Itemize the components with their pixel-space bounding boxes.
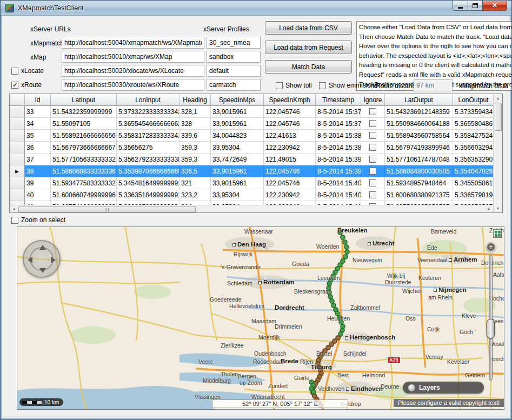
- grid-cell[interactable]: 51.607589885652535: [385, 201, 453, 205]
- grid-cell[interactable]: 33,95304: [211, 201, 264, 205]
- minimize-button[interactable]: [453, 1, 468, 11]
- grid-row[interactable]: 3351.543223599999995.3733223333333342328…: [10, 106, 493, 118]
- grid-cell[interactable]: 5.33695850793: [453, 201, 493, 205]
- grid-row[interactable]: 3551.5589216666666565.358317283333334133…: [10, 130, 493, 142]
- grid-cell[interactable]: 5.3369373333333331: [117, 201, 179, 205]
- grid-row[interactable]: 3951.5934775833333325.345481649999999132…: [10, 177, 493, 189]
- pan-up-arrow[interactable]: [39, 245, 46, 250]
- grid-cell[interactable]: 5.35842752460: [453, 130, 493, 142]
- grid-cell[interactable]: 40: [25, 189, 51, 201]
- grid-cell[interactable]: 5.35404702697: [453, 165, 493, 177]
- grid-column-header[interactable]: SpeedInKmph: [264, 94, 316, 106]
- close-button[interactable]: ✕: [483, 1, 507, 11]
- grid-cell[interactable]: 8-5-2014 15:40: [316, 177, 361, 189]
- grid-cell[interactable]: 51.55097105: [51, 118, 117, 130]
- grid-cell[interactable]: 121,49015: [264, 154, 316, 165]
- ignore-checkbox[interactable]: [369, 132, 376, 139]
- grid-row-header[interactable]: ▶: [10, 165, 25, 177]
- xmap-profile-input[interactable]: [207, 51, 261, 63]
- grid-cell-ignore[interactable]: [361, 106, 385, 118]
- grid-cell[interactable]: 51.586084800030505: [385, 165, 453, 177]
- load-request-button[interactable]: Load data from Request: [265, 41, 352, 54]
- grid-cell[interactable]: 328: [179, 118, 211, 130]
- grid-row[interactable]: 3651.5679736666666675.35656275359,333,95…: [10, 142, 493, 154]
- grid-cell[interactable]: 314: [179, 201, 211, 205]
- zoom-slider-thumb[interactable]: [487, 319, 495, 338]
- map-pan-control[interactable]: [23, 240, 61, 278]
- ignore-checkbox[interactable]: [369, 168, 376, 175]
- grid-cell[interactable]: 122,045746: [264, 118, 316, 130]
- grid-cell[interactable]: 36: [25, 142, 51, 154]
- map[interactable]: WassenaarBreukelenBarneveldZutphenDen Ha…: [17, 226, 504, 410]
- grid-cell[interactable]: 35: [25, 130, 51, 142]
- grid-cell[interactable]: 33,9015961: [211, 165, 264, 177]
- grid-column-header[interactable]: LatInput: [51, 94, 117, 106]
- grid-cell[interactable]: 51.586068833333336: [51, 165, 117, 177]
- grid-cell[interactable]: 34: [25, 118, 51, 130]
- grid-cell[interactable]: 5.3363518499999991: [117, 189, 179, 201]
- grid-cell[interactable]: 359,3: [179, 154, 211, 165]
- grid-cell-ignore[interactable]: [361, 201, 385, 205]
- ignore-checkbox[interactable]: [369, 144, 376, 151]
- xmapmatch-profile-input[interactable]: [207, 37, 261, 49]
- track-point[interactable]: [341, 235, 345, 239]
- grid-cell[interactable]: 8-5-2014 15:38: [316, 130, 361, 142]
- grid-cell[interactable]: 5.37335943495: [453, 106, 493, 118]
- grid-cell[interactable]: 38: [25, 165, 51, 177]
- titlebar[interactable]: XMapmatchTestClient ✕: [1, 1, 511, 16]
- grid-cell[interactable]: 8-5-2014 15:40: [316, 189, 361, 201]
- grid-cell[interactable]: 122,045746: [264, 106, 316, 118]
- grid-row-header[interactable]: [10, 130, 25, 142]
- vertical-scrollbar[interactable]: ▴ ▾: [493, 94, 502, 212]
- grid-cell[interactable]: 8-5-2014 15:37: [316, 106, 361, 118]
- grid-cell[interactable]: 5.35656275: [117, 142, 179, 154]
- grid-cell-ignore[interactable]: [361, 154, 385, 165]
- grid-cell[interactable]: 122,045746: [264, 165, 316, 177]
- grid-cell[interactable]: 5.3539870666666669: [117, 165, 179, 177]
- grid-row[interactable]: 4051.6006607499999965.336351849999999132…: [10, 189, 493, 201]
- grid-column-header[interactable]: Heading: [179, 94, 211, 106]
- grid-cell[interactable]: 5.35660329423: [453, 142, 493, 154]
- scroll-up-arrow[interactable]: ▴: [494, 94, 502, 102]
- grid-column-header[interactable]: SpeedInMps: [211, 94, 264, 106]
- show-toll-checkbox[interactable]: [276, 82, 283, 89]
- grid-column-header[interactable]: Timestamp: [316, 94, 361, 106]
- minimap-toggle-icon[interactable]: [493, 229, 502, 238]
- pan-right-arrow[interactable]: [51, 257, 56, 263]
- grid-column-header[interactable]: Ignore: [361, 94, 385, 106]
- grid-cell[interactable]: 5.3562792333333338: [117, 154, 179, 165]
- grid-column-header[interactable]: LonInput: [117, 94, 179, 106]
- grid-row[interactable]: 3451.550971055.365545466666666232833,901…: [10, 118, 493, 130]
- xmapmatch-url-input[interactable]: [62, 37, 204, 49]
- xroute-url-input[interactable]: [62, 79, 204, 91]
- track-point[interactable]: [344, 245, 349, 249]
- grid-cell[interactable]: 51.600660749999996: [51, 189, 117, 201]
- grid-cell[interactable]: 122,230942: [264, 201, 316, 205]
- grid-cell[interactable]: 5.36558048672: [453, 118, 493, 130]
- grid-cell[interactable]: 51.567973666666667: [51, 142, 117, 154]
- horizontal-scroll-thumb[interactable]: [18, 206, 196, 212]
- grid-cell-ignore[interactable]: [361, 165, 385, 177]
- grid-cell[interactable]: 51.593477583333332: [51, 177, 117, 189]
- track-point[interactable]: [343, 255, 348, 259]
- grid-column-header[interactable]: LonOutput: [453, 94, 493, 106]
- grid-row-header[interactable]: [10, 142, 25, 154]
- match-data-button[interactable]: Match Data: [265, 60, 352, 74]
- zoom-slider-track[interactable]: [489, 255, 493, 381]
- grid-cell[interactable]: 51.543236912148359: [385, 106, 453, 118]
- grid-cell[interactable]: 51.59348957948464: [385, 177, 453, 189]
- grid-cell-ignore[interactable]: [361, 177, 385, 189]
- grid-cell[interactable]: 339,6: [179, 130, 211, 142]
- grid-cell[interactable]: 33,9015961: [211, 118, 264, 130]
- grid-cell[interactable]: 5.3454816499999991: [117, 177, 179, 189]
- grid-cell-ignore[interactable]: [361, 142, 385, 154]
- grid-cell[interactable]: 5.3655454666666662: [117, 118, 179, 130]
- grid-cell[interactable]: 8-5-2014 15:38: [316, 142, 361, 154]
- grid-cell[interactable]: 8-5-2014 15:37: [316, 118, 361, 130]
- ignore-checkbox[interactable]: [369, 120, 376, 127]
- track-point[interactable]: [328, 295, 333, 299]
- grid-cell[interactable]: 33,7472649: [211, 154, 264, 165]
- grid-cell[interactable]: 51.550984660064188: [385, 118, 453, 130]
- grid-column-header[interactable]: Id: [25, 94, 51, 106]
- grid-cell[interactable]: 122,230942: [264, 142, 316, 154]
